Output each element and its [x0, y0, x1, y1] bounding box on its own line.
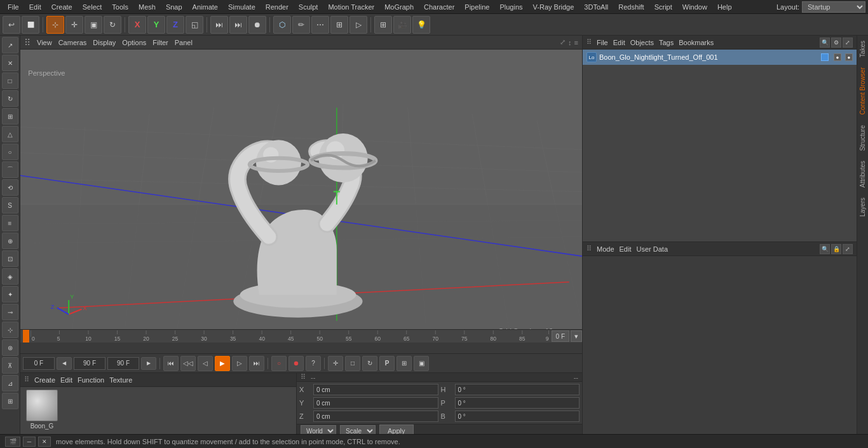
obj-menu-file[interactable]: File [597, 39, 608, 46]
obj-menu-edit[interactable]: Edit [613, 39, 625, 46]
status-cinema-icon[interactable]: 🎬 [5, 437, 20, 447]
step-backward-button[interactable]: ◁ [198, 356, 213, 371]
tool-select[interactable]: ↗ [2, 37, 18, 53]
menu-item-character[interactable]: Character [419, 2, 459, 12]
menu-item-create[interactable]: Create [46, 2, 78, 12]
tool-knife[interactable]: ⊼ [2, 357, 18, 374]
step-forward-button[interactable]: ▷ [232, 356, 247, 371]
rot-b-input[interactable] [455, 411, 580, 422]
viewport[interactable]: ⠿ View Cameras Display Options Filter Pa… [20, 36, 582, 329]
attr-menu-edit[interactable]: Edit [620, 245, 632, 253]
mat-menu-texture[interactable]: Texture [109, 376, 132, 384]
tool-curve[interactable]: ⌒ [2, 161, 18, 178]
start-frame-input[interactable] [23, 357, 55, 370]
tool-box-select[interactable]: ⊡ [2, 250, 18, 267]
status-close-btn[interactable]: ✕ [38, 437, 51, 447]
menu-item-mograph[interactable]: MoGraph [379, 2, 419, 12]
arrow-r-button[interactable]: ▷ [349, 16, 367, 34]
end-frame-input2[interactable] [107, 357, 139, 370]
status-minimize-btn[interactable]: ─ [23, 437, 36, 447]
auto-key-button[interactable]: ⏺ [288, 356, 304, 371]
attr-menu-userdata[interactable]: User Data [637, 245, 668, 253]
obj-menu-bookmarks[interactable]: Bookmarks [679, 39, 714, 46]
scale-dropdown[interactable]: Scale [340, 425, 376, 434]
menu-item-tools[interactable]: Tools [107, 2, 133, 12]
frame-left-btn[interactable]: ◀ [57, 357, 72, 370]
frame-right-btn[interactable]: ▶ [141, 357, 156, 370]
tool-sculpt[interactable]: S [2, 197, 18, 214]
menu-item-script[interactable]: Script [649, 2, 677, 12]
menu-item-select[interactable]: Select [78, 2, 107, 12]
mat-menu-function[interactable]: Function [78, 376, 104, 384]
tool-add[interactable]: ⊕ [2, 233, 18, 249]
expand-icon[interactable]: ⤢ [560, 38, 566, 46]
viewport-menu-options[interactable]: Options [122, 39, 146, 46]
attr-search-icon[interactable]: 🔍 [820, 244, 830, 254]
subdivide-button[interactable]: ⊞ [330, 16, 348, 34]
tool-edge[interactable]: ⊸ [2, 304, 18, 320]
grid-button[interactable]: ⊞ [374, 16, 392, 34]
obj-render-icon[interactable]: ● [845, 53, 853, 61]
menu-item-animate[interactable]: Animate [187, 2, 223, 12]
viewport-menu-view[interactable]: View [37, 39, 52, 46]
3dcube-button[interactable]: ⬡ [273, 16, 291, 34]
apply-button[interactable]: Apply [379, 424, 414, 434]
mat-menu-edit[interactable]: Edit [60, 376, 72, 384]
end-frame-input1[interactable] [74, 357, 105, 370]
menu-item-plugins[interactable]: Plugins [494, 2, 527, 12]
sculpt-button[interactable]: ⋯ [311, 16, 329, 34]
menu-item-window[interactable]: Window [677, 2, 712, 12]
record3-button[interactable]: ⏺ [248, 16, 266, 34]
tab-takes[interactable]: Takes [857, 36, 868, 62]
tool-delete[interactable]: ✕ [2, 55, 18, 71]
record-key-button[interactable]: ○ [271, 356, 287, 371]
tool-box[interactable]: □ [2, 72, 18, 89]
menu-item-help[interactable]: Help [712, 2, 737, 12]
obj-visibility-icon[interactable]: ● [834, 53, 841, 61]
tool-triangle[interactable]: △ [2, 126, 18, 142]
tool-brush[interactable]: ⊛ [2, 339, 18, 356]
menu-item-file[interactable]: File [3, 2, 24, 12]
obj-menu-objects[interactable]: Objects [630, 39, 654, 46]
record1-button[interactable]: ⏭ [210, 16, 228, 34]
redo-button[interactable]: ⬜ [22, 16, 39, 34]
tool-extrude[interactable]: ◈ [2, 268, 18, 285]
film-button[interactable]: ▣ [414, 356, 429, 371]
viewport-menu-filter[interactable]: Filter [153, 39, 168, 46]
pos-y-input[interactable] [313, 397, 438, 409]
lock-icon[interactable]: ↕ [568, 39, 572, 46]
tab-structure[interactable]: Structure [857, 120, 868, 156]
play-backward-button[interactable]: ◁◁ [180, 356, 196, 371]
scale-tool-pb[interactable]: □ [345, 356, 360, 371]
viewport-menu-cameras[interactable]: Cameras [58, 39, 87, 46]
attr-lock-icon[interactable]: 🔒 [831, 244, 841, 254]
tab-layers[interactable]: Layers [857, 193, 868, 222]
tab-content-browser[interactable]: Content Browser [857, 62, 868, 119]
pos-z-input[interactable] [313, 411, 438, 422]
rotate-button[interactable]: ↻ [104, 16, 121, 34]
z-axis-button[interactable]: Z [166, 16, 184, 34]
select-button[interactable]: ⊹ [46, 16, 64, 34]
move-button[interactable]: ✛ [65, 16, 83, 34]
object-button[interactable]: ◱ [186, 16, 203, 34]
grid-pb[interactable]: ⊞ [397, 356, 412, 371]
p-tool-pb[interactable]: P [379, 356, 395, 371]
record2-button[interactable]: ⏭ [229, 16, 247, 34]
tool-special[interactable]: ✦ [2, 286, 18, 302]
menu-item-mesh[interactable]: Mesh [133, 2, 161, 12]
obj-menu-tags[interactable]: Tags [659, 39, 674, 46]
camera-button[interactable]: 🎥 [393, 16, 411, 34]
pen-button[interactable]: ✏ [292, 16, 310, 34]
menu-item-edit[interactable]: Edit [24, 2, 46, 12]
attr-expand-icon[interactable]: ⤢ [843, 244, 853, 254]
menu-item-sculpt[interactable]: Sculpt [294, 2, 323, 12]
viewport-menu-display[interactable]: Display [93, 39, 116, 46]
menu-item-pipeline[interactable]: Pipeline [459, 2, 494, 12]
tool-grid[interactable]: ⊞ [2, 108, 18, 125]
settings-icon[interactable]: ≡ [574, 39, 578, 46]
move-tool-pb[interactable]: ✛ [328, 356, 343, 371]
obj-item-nightlight[interactable]: Lo Boon_Glo_Nightlight_Turned_Off_001 ● … [583, 50, 857, 65]
world-dropdown[interactable]: World [301, 425, 336, 434]
tool-mirror[interactable]: ⟲ [2, 179, 18, 196]
menu-item-3dtoall[interactable]: 3DToAll [579, 2, 613, 12]
